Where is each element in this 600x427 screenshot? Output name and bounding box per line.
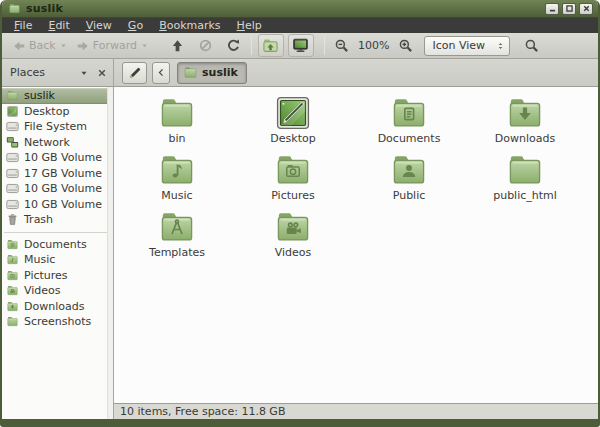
sidebar-item[interactable]: Downloads	[2, 299, 113, 315]
file-icon-view[interactable]: bin Desktop Documents Downloads	[114, 87, 598, 403]
file-icon-item[interactable]: Downloads	[467, 93, 583, 150]
file-icon-item[interactable]: Music	[119, 150, 235, 207]
menu-item[interactable]: View	[78, 18, 120, 33]
places-header: Places	[2, 59, 114, 86]
forward-button[interactable]: Forward	[72, 39, 153, 53]
maximize-button[interactable]	[562, 3, 576, 15]
file-icon-item[interactable]: bin	[119, 93, 235, 150]
file-icon	[273, 93, 313, 133]
sidebar-item[interactable]: 10 GB Volume	[2, 150, 113, 166]
menu-item[interactable]: Go	[120, 18, 151, 33]
file-label: Pictures	[271, 190, 315, 202]
places-chevron-down-icon[interactable]	[79, 68, 89, 78]
file-label: Templates	[149, 247, 205, 259]
places-close-icon[interactable]	[97, 68, 107, 78]
places-label: Places	[10, 66, 79, 79]
location-row: Places suslik	[2, 59, 598, 87]
sidebar-item[interactable]: Videos	[2, 283, 113, 299]
sidebar-item[interactable]: Network	[2, 135, 113, 151]
sidebar-item[interactable]: Desktop	[2, 104, 113, 120]
sidebar-item[interactable]: 10 GB Volume	[2, 197, 113, 213]
sidebar-item-label: Desktop	[24, 105, 69, 118]
stop-icon	[198, 38, 213, 53]
computer-button[interactable]	[288, 34, 314, 57]
file-icon-item[interactable]: Pictures	[235, 150, 351, 207]
file-label: Desktop	[270, 133, 315, 145]
sidebar-item-icon	[6, 315, 19, 328]
file-label: bin	[168, 133, 185, 145]
file-icon	[389, 93, 429, 133]
minimize-button[interactable]	[545, 3, 559, 15]
sidebar-item[interactable]: Documents	[2, 237, 113, 253]
file-icon-item[interactable]: Templates	[119, 207, 235, 264]
sidebar-item[interactable]: Pictures	[2, 268, 113, 284]
toolbar-separator	[251, 37, 252, 55]
sidebar-item[interactable]: Music	[2, 252, 113, 268]
sidebar-item-label: Videos	[24, 284, 61, 297]
sidebar-item[interactable]: Screenshots	[2, 314, 113, 330]
reload-button[interactable]	[223, 35, 245, 57]
sidebar-item-icon	[6, 269, 19, 282]
close-icon	[582, 4, 591, 13]
menu-item[interactable]: Edit	[40, 18, 77, 33]
menu-item[interactable]: Bookmarks	[151, 18, 228, 33]
edit-location-pencil-icon	[128, 66, 142, 80]
stop-button[interactable]	[195, 35, 217, 57]
menubar: File Edit View Go Bookmarks Help	[2, 18, 598, 33]
sidebar-item-icon	[6, 151, 19, 164]
sidebar-item[interactable]: 17 GB Volume	[2, 166, 113, 182]
sidebar-item-icon	[6, 120, 19, 133]
menu-item[interactable]: Help	[229, 18, 270, 33]
view-mode-select[interactable]: Icon View	[424, 36, 510, 56]
sidebar-item-label: 17 GB Volume	[24, 167, 102, 180]
sidebar-item-icon	[6, 182, 19, 195]
search-button[interactable]	[520, 35, 542, 57]
sidebar-scrollbar[interactable]	[107, 87, 113, 419]
zoom-in-button[interactable]	[394, 35, 416, 57]
path-scroll-left-button[interactable]	[152, 62, 170, 84]
reload-icon	[226, 38, 241, 53]
back-label: Back	[29, 39, 56, 52]
file-manager-window: suslik File Edit View Go Bookmarks Help …	[0, 0, 600, 427]
file-icon	[273, 150, 313, 190]
sidebar-item-label: Pictures	[24, 269, 68, 282]
toolbar-separator	[324, 37, 325, 55]
up-button[interactable]	[167, 35, 189, 57]
file-icon	[157, 93, 197, 133]
sidebar-item[interactable]: suslik	[2, 88, 113, 104]
file-icon-item[interactable]: Videos	[235, 207, 351, 264]
sidebar-item[interactable]: Trash	[2, 212, 113, 228]
forward-dropdown-caret-icon[interactable]	[140, 41, 149, 50]
file-icon-item[interactable]: Public	[351, 150, 467, 207]
sidebar-item[interactable]: File System	[2, 119, 113, 135]
sidebar-item-label: Music	[24, 253, 55, 266]
zoom-out-button[interactable]	[331, 35, 353, 57]
edit-location-button[interactable]	[122, 62, 147, 84]
sidebar-item-label: 10 GB Volume	[24, 198, 102, 211]
zoom-out-icon	[334, 38, 349, 53]
file-icon-item[interactable]: Documents	[351, 93, 467, 150]
file-icon-item[interactable]: public_html	[467, 150, 583, 207]
back-button[interactable]: Back	[8, 39, 72, 53]
back-dropdown-caret-icon[interactable]	[59, 41, 68, 50]
search-icon	[524, 38, 539, 53]
main-column: bin Desktop Documents Downloads	[114, 87, 598, 419]
sidebar-item-icon	[6, 300, 19, 313]
home-button[interactable]	[258, 34, 284, 57]
file-label: public_html	[493, 190, 557, 202]
window-folder-icon	[8, 2, 21, 15]
sidebar-item-label: 10 GB Volume	[24, 151, 102, 164]
zoom-level: 100%	[358, 39, 389, 52]
sidebar-item-icon	[6, 167, 19, 180]
file-icon-item[interactable]: Desktop	[235, 93, 351, 150]
breadcrumb-current-folder[interactable]: suslik	[177, 62, 247, 84]
sidebar-item-label: Downloads	[24, 300, 84, 313]
close-button[interactable]	[579, 3, 593, 15]
toolbar: Back Forward 100% Icon View	[2, 33, 598, 59]
sidebar-item-icon	[6, 213, 19, 226]
sidebar-separator	[4, 232, 111, 233]
menu-item[interactable]: File	[6, 18, 40, 33]
sidebar-item[interactable]: 10 GB Volume	[2, 181, 113, 197]
titlebar[interactable]: suslik	[2, 0, 598, 18]
file-icon	[505, 93, 545, 133]
